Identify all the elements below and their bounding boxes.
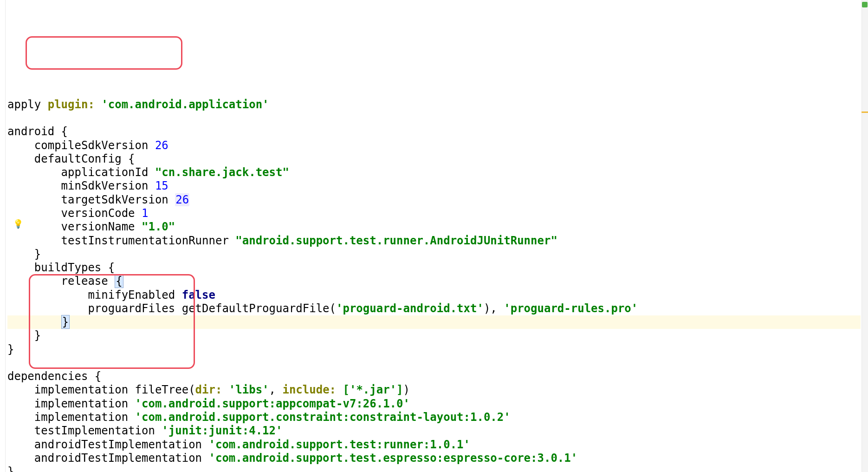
code-token: apply: [7, 98, 41, 111]
code-token: defaultConfig: [34, 152, 122, 165]
code-string: "1.0": [142, 220, 175, 233]
code-token: androidTestImplementation: [34, 438, 202, 451]
code-keyword: dir:: [195, 383, 222, 396]
code-token: proguardFiles getDefaultProguardFile(: [88, 302, 336, 315]
code-string: 'com.android.application': [101, 98, 269, 111]
code-token: androidTestImplementation: [34, 452, 202, 465]
code-string: "android.support.test.runner.AndroidJUni…: [235, 234, 557, 247]
code-brace: }: [7, 343, 14, 356]
code-brace-match: {: [115, 274, 123, 288]
code-string: 'com.android.support.test.espresso:espre…: [208, 452, 577, 465]
warning-marker[interactable]: [862, 111, 868, 113]
code-keyword: false: [182, 288, 215, 302]
code-token: applicationId: [61, 166, 149, 179]
code-number: 26: [175, 193, 189, 206]
code-token: dependencies: [7, 370, 88, 383]
code-token: testInstrumentationRunner: [61, 234, 229, 247]
code-brace-match: }: [61, 315, 70, 329]
code-token: versionCode: [61, 207, 135, 220]
code-token: compileSdkVersion: [34, 139, 149, 152]
code-brace: }: [34, 248, 41, 261]
code-string: 'proguard-android.txt': [336, 302, 484, 315]
code-brace: {: [108, 261, 115, 274]
code-token: testImplementation: [34, 424, 155, 437]
code-number: 15: [155, 179, 168, 192]
code-token: release: [61, 275, 108, 288]
code-token: ,: [269, 383, 276, 396]
code-string: 'com.android.support:appcompat-v7:26.1.0…: [135, 397, 410, 410]
code-brace: }: [7, 465, 14, 472]
code-token: targetSdkVersion: [61, 193, 168, 206]
code-brace: }: [34, 329, 41, 342]
code-string: ['*.jar']: [343, 383, 403, 396]
code-brace: {: [95, 370, 101, 383]
code-brace: {: [61, 125, 68, 138]
code-string: 'libs': [229, 383, 269, 396]
code-number: 26: [155, 139, 168, 152]
code-token: android: [7, 125, 54, 138]
code-number: 1: [142, 207, 148, 220]
code-string: 'com.android.support.test:runner:1.0.1': [208, 438, 470, 451]
code-token: implementation: [34, 397, 128, 410]
scrollbar[interactable]: [862, 0, 868, 472]
code-keyword: plugin:: [48, 98, 95, 111]
code-token: minifyEnabled: [88, 288, 175, 302]
code-token: buildTypes: [34, 261, 102, 274]
code-token: ),: [484, 302, 497, 315]
analysis-status-icon: [862, 2, 868, 7]
code-keyword: include:: [282, 383, 336, 396]
code-string: 'proguard-rules.pro': [504, 302, 638, 315]
code-token: implementation: [34, 411, 128, 424]
code-editor[interactable]: apply plugin: 'com.android.application' …: [0, 82, 868, 472]
annotation-box-1: [26, 36, 182, 70]
code-token: versionName: [61, 220, 135, 233]
code-token: implementation fileTree(: [34, 383, 195, 396]
code-token: ): [403, 383, 410, 396]
code-string: 'com.android.support.constraint:constrai…: [135, 411, 511, 424]
intention-bulb-icon[interactable]: 💡: [13, 219, 21, 227]
code-token: minSdkVersion: [61, 179, 149, 192]
code-brace: {: [128, 152, 135, 165]
code-string: "cn.share.jack.test": [155, 166, 289, 179]
highlighted-line: }: [7, 315, 861, 329]
code-string: 'junit:junit:4.12': [162, 424, 282, 437]
